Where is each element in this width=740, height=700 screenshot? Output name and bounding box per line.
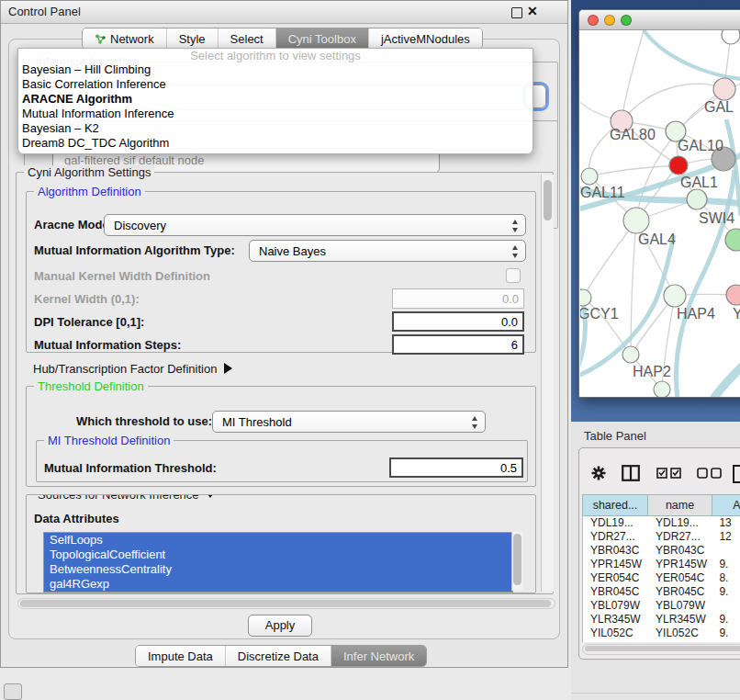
network-node-hap4[interactable]	[664, 285, 686, 307]
algorithm-option-bayesian-k2[interactable]: Bayesian – K2	[18, 121, 533, 136]
apply-button[interactable]: Apply	[248, 615, 312, 637]
network-canvas[interactable]: GALGAL80GAL10GAL1GAL11SWI4GAL4GCY1HAP4YH…	[580, 30, 740, 397]
table-row[interactable]: YBR043CYBR043C	[583, 544, 740, 558]
network-window-titlebar[interactable]	[579, 10, 740, 30]
table-hscrollbar[interactable]	[582, 644, 740, 655]
sources-group: Sources for Network Inference Data Attri…	[26, 494, 536, 593]
manual-kernel-checkbox[interactable]	[506, 268, 521, 283]
network-node-swi4[interactable]	[687, 189, 707, 209]
mi-type-combobox[interactable]: Naive Bayes	[249, 240, 526, 262]
algorithm-option-mutual-information-inference[interactable]: Mutual Information Inference	[18, 107, 533, 121]
hub-definition-label: Hub/Transcription Factor Definition	[33, 362, 217, 376]
network-node[interactable]	[722, 30, 740, 44]
deselect-all-icon[interactable]	[697, 468, 723, 479]
network-edge-highlighted[interactable]	[580, 272, 585, 378]
column-header-name[interactable]: name	[648, 494, 712, 516]
table-row[interactable]: YBL079WYBL079W	[583, 599, 740, 613]
data-attributes-list[interactable]: SelfLoopsTopologicalCoefficientBetweenne…	[43, 532, 513, 593]
attributes-scrollbar[interactable]	[511, 532, 523, 591]
aracne-mode-combobox[interactable]: Discovery	[104, 214, 526, 236]
mi-steps-field[interactable]	[392, 334, 524, 355]
which-threshold-label: Which threshold to use:	[76, 414, 212, 428]
scrollbar-thumb[interactable]	[20, 600, 551, 607]
select-all-icon[interactable]	[656, 468, 682, 479]
tab-infer-network[interactable]: Infer Network	[331, 646, 426, 666]
dpi-tolerance-field[interactable]	[392, 311, 524, 332]
mi-threshold-definition-title: MI Threshold Definition	[44, 434, 174, 447]
table-row[interactable]: YPR145WYPR145W9.	[583, 558, 740, 571]
which-threshold-combobox[interactable]: MI Threshold	[212, 411, 486, 433]
column-header-shared[interactable]: shared...	[582, 494, 648, 516]
network-edge[interactable]	[589, 165, 678, 176]
sources-title: Sources for Network Inference	[34, 494, 219, 502]
tab-select[interactable]: Select	[218, 28, 275, 49]
network-node[interactable]	[725, 229, 740, 251]
network-node-gal[interactable]	[713, 78, 735, 100]
tab-discretize-data[interactable]: Discretize Data	[225, 646, 331, 666]
table-cell: YDR27...	[583, 530, 648, 544]
algorithm-option-dream8-dc-tdc-algorithm[interactable]: Dream8 DC_TDC Algorithm	[18, 136, 533, 151]
settings-scrollbar[interactable]	[541, 175, 554, 592]
table-row[interactable]: YDL19...YDL19...13	[583, 516, 740, 530]
attribute-item-gal4rgexp[interactable]: gal4RGexp	[44, 577, 512, 592]
tab-network[interactable]: Network	[83, 28, 166, 49]
tab-jactivemnodules[interactable]: jActiveMNodules	[368, 28, 482, 49]
kernel-width-field[interactable]	[392, 288, 524, 309]
network-graph[interactable]: GALGAL80GAL10GAL1GAL11SWI4GAL4GCY1HAP4YH…	[580, 30, 740, 397]
settings-group-title: Cyni Algorithm Settings	[24, 165, 154, 179]
settings-hscrollbar[interactable]	[17, 598, 555, 609]
table-cell: YDL19...	[648, 516, 712, 530]
table-cell: YER054C	[583, 571, 648, 585]
columns-icon[interactable]	[622, 465, 640, 481]
zoom-traffic-light-icon[interactable]	[621, 15, 632, 26]
network-edge[interactable]	[622, 30, 644, 121]
expand-right-icon[interactable]	[224, 363, 232, 374]
tab-impute-data[interactable]: Impute Data	[136, 646, 225, 666]
tab-style[interactable]: Style	[166, 28, 218, 49]
attribute-item-betweennesscentrality[interactable]: BetweennessCentrality	[44, 562, 512, 577]
algorithm-option-bayesian-hill-climbing[interactable]: Bayesian – Hill Climbing	[18, 62, 533, 77]
dropdown-items: Bayesian – Hill ClimbingBasic Correlatio…	[18, 62, 533, 151]
float-window-icon[interactable]	[511, 7, 522, 18]
network-edge[interactable]	[583, 220, 636, 298]
table-cell: 8.	[712, 571, 740, 585]
network-node-gcy1[interactable]	[580, 289, 591, 306]
table-cell: YBL079W	[648, 599, 712, 613]
scrollbar-thumb[interactable]	[585, 646, 740, 651]
attribute-item-topologicalcoefficient[interactable]: TopologicalCoefficient	[44, 548, 512, 562]
node-label: GAL	[704, 99, 734, 115]
network-view-window[interactable]: GALGAL80GAL10GAL1GAL11SWI4GAL4GCY1HAP4YH…	[578, 9, 740, 398]
table-panel-title: Table Panel	[584, 429, 646, 443]
column-header-a[interactable]: A	[712, 494, 740, 516]
network-node-hap2[interactable]	[622, 346, 639, 363]
gear-icon[interactable]	[590, 465, 607, 481]
mi-threshold-field[interactable]	[389, 457, 523, 478]
hub-definition-toggle[interactable]: Hub/Transcription Factor Definition	[33, 362, 232, 376]
network-node[interactable]	[654, 381, 670, 397]
collapse-down-icon[interactable]	[205, 494, 216, 498]
table-row[interactable]: YDR27...YDR27...12	[583, 530, 740, 544]
algorithm-option-aracne-algorithm[interactable]: ARACNE Algorithm	[18, 92, 533, 107]
table-row[interactable]: YLR345WYLR345W9.	[583, 613, 740, 627]
tab-cyni-toolbox[interactable]: Cyni Toolbox	[275, 28, 368, 49]
scrollbar-thumb[interactable]	[513, 534, 521, 585]
document-icon[interactable]	[732, 465, 740, 483]
minimized-panel-icon[interactable]	[4, 683, 22, 700]
algorithm-option-basic-correlation-inference[interactable]: Basic Correlation Inference	[18, 77, 533, 92]
network-node-y[interactable]	[726, 285, 740, 305]
network-node-gal11[interactable]	[581, 168, 598, 185]
close-traffic-light-icon[interactable]	[588, 15, 599, 26]
network-node-gal4[interactable]	[623, 208, 649, 233]
network-edge-highlighted[interactable]	[713, 366, 740, 397]
tab-label: Infer Network	[343, 649, 414, 663]
minimize-traffic-light-icon[interactable]	[604, 15, 615, 26]
control-panel-titlebar[interactable]: Control Panel ✕	[1, 1, 567, 24]
table-row[interactable]: YBR045CYBR045C9.	[583, 585, 740, 599]
scrollbar-thumb[interactable]	[544, 180, 552, 220]
attribute-item-selfloops[interactable]: SelfLoops	[44, 533, 512, 548]
aracne-mode-value: Discovery	[114, 219, 166, 232]
network-node-gal1[interactable]	[669, 156, 688, 175]
table-row[interactable]: YIL052CYIL052C9.	[583, 627, 740, 640]
table-row[interactable]: YER054CYER054C8.	[583, 571, 740, 585]
close-icon[interactable]: ✕	[527, 4, 538, 18]
